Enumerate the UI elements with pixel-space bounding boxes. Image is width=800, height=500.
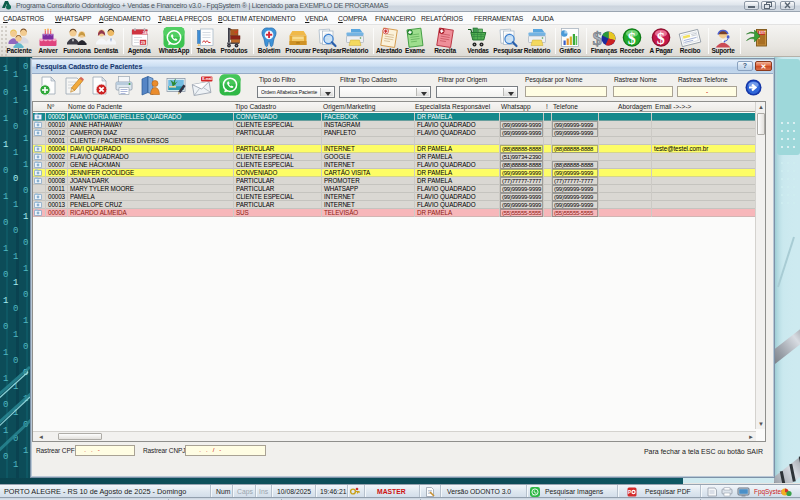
- svg-text:0: 0: [13, 356, 18, 366]
- svg-text:E-mail: E-mail: [202, 77, 212, 81]
- svg-text:$: $: [593, 28, 603, 49]
- svg-text:1: 1: [23, 446, 28, 456]
- svg-text:1: 1: [3, 426, 8, 436]
- svg-text:1: 1: [3, 140, 8, 150]
- svg-text:0: 0: [23, 108, 28, 118]
- svg-text:1: 1: [3, 348, 8, 358]
- svg-text:0: 0: [23, 186, 28, 196]
- svg-text:1: 1: [3, 64, 8, 74]
- svg-text:1: 1: [13, 148, 18, 158]
- svg-text:1: 1: [3, 374, 8, 384]
- svg-text:JAN: JAN: [143, 31, 150, 35]
- svg-text:1: 1: [13, 278, 18, 288]
- svg-text:1: 1: [23, 212, 28, 222]
- svg-text:$: $: [628, 30, 636, 47]
- svg-text:0: 0: [3, 88, 8, 98]
- svg-text:EXIT: EXIT: [759, 31, 766, 35]
- svg-text:1: 1: [23, 134, 28, 144]
- svg-text:1: 1: [13, 200, 18, 210]
- svg-text:P: P: [628, 490, 631, 495]
- svg-text:0: 0: [23, 342, 28, 352]
- svg-text:0: 0: [23, 290, 28, 300]
- svg-text:1: 1: [3, 244, 8, 254]
- svg-text:0: 0: [3, 452, 8, 462]
- svg-text:1: 1: [13, 460, 18, 470]
- svg-text:0: 0: [3, 218, 8, 228]
- svg-text:0: 0: [13, 226, 18, 236]
- svg-text:0: 0: [13, 122, 18, 132]
- svg-text:1: 1: [23, 264, 28, 274]
- svg-text:$: $: [657, 30, 665, 47]
- svg-text:0: 0: [23, 62, 28, 72]
- svg-text:1: 1: [23, 316, 28, 326]
- svg-text:1: 1: [13, 252, 18, 262]
- svg-text:0: 0: [3, 400, 8, 410]
- svg-text:1: 1: [23, 84, 28, 94]
- svg-text:1: 1: [13, 96, 18, 106]
- svg-text:1: 1: [13, 70, 18, 80]
- svg-text:1: 1: [3, 192, 8, 202]
- svg-text:1: 1: [3, 296, 8, 306]
- svg-text:1: 1: [13, 330, 18, 340]
- svg-text:0: 0: [13, 174, 18, 184]
- svg-text:29: 29: [141, 41, 145, 45]
- svg-text:1: 1: [23, 160, 28, 170]
- svg-text:0: 0: [23, 238, 28, 248]
- svg-text:0: 0: [3, 270, 8, 280]
- svg-text:1: 1: [3, 114, 8, 124]
- svg-text:0: 0: [3, 322, 8, 332]
- svg-text:0: 0: [13, 304, 18, 314]
- svg-text:0: 0: [3, 166, 8, 176]
